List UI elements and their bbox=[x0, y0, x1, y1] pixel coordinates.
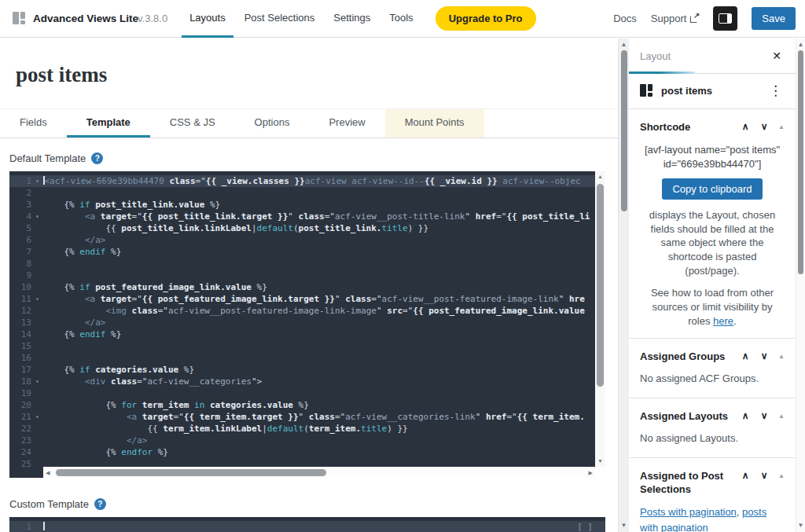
code-line[interactable]: 16 bbox=[9, 352, 595, 364]
fold-icon[interactable]: ▾ bbox=[31, 211, 43, 222]
fold-gutter bbox=[31, 328, 43, 340]
code-line[interactable]: 20 {% for term_item in categories.value … bbox=[9, 399, 595, 411]
page-scroll-thumb[interactable] bbox=[621, 50, 627, 211]
code-line[interactable]: 22 {{ term_item.linkLabel|default(term_i… bbox=[9, 423, 595, 435]
tab-template[interactable]: Template bbox=[67, 109, 150, 138]
nav-item-layouts[interactable]: Layouts bbox=[182, 0, 233, 38]
layout-panel-header: post items ⋮ bbox=[629, 74, 796, 109]
tab-options[interactable]: Options bbox=[235, 109, 310, 138]
tab-css-js[interactable]: CSS & JS bbox=[150, 109, 235, 138]
code-line[interactable]: 21▾ <a target="{{ term_item.target }}" c… bbox=[9, 411, 595, 423]
code-text: {% if post_featured_image_link.value %} bbox=[43, 281, 595, 293]
scroll-right-icon[interactable]: ▶ bbox=[589, 469, 593, 477]
sidebar-toggle-button[interactable] bbox=[713, 6, 737, 31]
code-line[interactable]: 23 </a> bbox=[9, 435, 595, 446]
code-line[interactable]: 7 {% endif %} bbox=[9, 246, 595, 258]
code-line[interactable]: 1 [ ] bbox=[9, 521, 605, 532]
code-line[interactable]: 6 </a> bbox=[9, 234, 595, 246]
default-template-editor[interactable]: 1▾<acf-view-669e39bb44470 class="{{ _vie… bbox=[9, 171, 605, 478]
tab-bar: Fields Template CSS & JS Options Preview… bbox=[0, 108, 618, 138]
code-line[interactable]: 15 bbox=[9, 340, 595, 352]
code-line[interactable]: 17 {% if categories.value %} bbox=[9, 364, 595, 376]
code-line[interactable]: 24 {% endfor %} bbox=[9, 446, 595, 458]
move-down-icon[interactable]: ∨ bbox=[755, 409, 774, 423]
scroll-left-icon[interactable]: ◀ bbox=[46, 469, 50, 477]
code-line[interactable]: 5 {{ post_title_link.linkLabel|default(p… bbox=[9, 222, 595, 234]
nav-item-settings[interactable]: Settings bbox=[325, 0, 378, 38]
scroll-up-icon[interactable]: ▲ bbox=[796, 41, 805, 49]
fold-icon[interactable]: ▾ bbox=[31, 411, 43, 423]
code-line[interactable]: 12 <img class="acf-view__post-featured-i… bbox=[9, 305, 595, 317]
docs-link[interactable]: Docs bbox=[613, 13, 637, 24]
tab-fields[interactable]: Fields bbox=[0, 109, 67, 138]
move-up-icon[interactable]: ∧ bbox=[736, 409, 755, 423]
fold-icon[interactable]: ▾ bbox=[31, 175, 43, 187]
post-selection-link[interactable]: Posts with pagination bbox=[640, 506, 737, 518]
scroll-up-icon[interactable]: ▲ bbox=[619, 41, 629, 49]
code-line[interactable]: 19 bbox=[9, 387, 595, 399]
help-icon[interactable]: ? bbox=[91, 152, 103, 164]
sidebar-scroll-thumb[interactable] bbox=[798, 50, 803, 274]
line-number: 4 bbox=[9, 211, 31, 222]
scroll-down-icon[interactable]: ▼ bbox=[796, 522, 805, 530]
sidebar-tab-bar: Layout ✕ bbox=[629, 39, 796, 74]
editor-horizontal-scrollbar[interactable]: ◀ ▶ bbox=[43, 467, 595, 478]
collapse-icon[interactable]: ▲ bbox=[778, 469, 785, 482]
move-down-icon[interactable]: ∨ bbox=[755, 120, 774, 134]
close-icon[interactable]: ✕ bbox=[769, 48, 785, 64]
code-line[interactable]: 4▾ <a target="{{ post_title_link.target … bbox=[9, 211, 595, 222]
code-line[interactable]: 10 {% if post_featured_image_link.value … bbox=[9, 281, 595, 293]
here-link[interactable]: here bbox=[713, 315, 733, 327]
code-line[interactable]: 13 </a> bbox=[9, 317, 595, 328]
support-link[interactable]: Support bbox=[651, 13, 700, 24]
collapse-icon[interactable]: ▲ bbox=[778, 350, 785, 363]
upgrade-to-pro-button[interactable]: Upgrade to Pro bbox=[436, 6, 536, 31]
fold-icon[interactable]: ▾ bbox=[31, 293, 43, 305]
move-down-icon[interactable]: ∨ bbox=[755, 350, 774, 363]
default-template-label-text: Default Template bbox=[9, 152, 86, 164]
code-line[interactable]: 8 bbox=[9, 258, 595, 270]
code-line[interactable]: 1▾<acf-view-669e39bb44470 class="{{ _vie… bbox=[9, 175, 595, 187]
kebab-menu-icon[interactable]: ⋮ bbox=[766, 83, 785, 99]
code-text: <img class="acf-view__post-featured-imag… bbox=[43, 305, 595, 317]
move-up-icon[interactable]: ∧ bbox=[736, 469, 755, 482]
nav-item-post-selections[interactable]: Post Selections bbox=[237, 0, 323, 38]
sidebar-tab-layout[interactable]: Layout bbox=[640, 50, 671, 62]
code-line[interactable]: 11▾ <a target="{{ post_featured_image_li… bbox=[9, 293, 595, 305]
help-icon[interactable]: ? bbox=[94, 498, 106, 510]
scroll-down-icon[interactable]: ▼ bbox=[595, 457, 605, 465]
sidebar-scrollbar[interactable]: ▲ ▼ bbox=[796, 39, 805, 532]
vertical-scroll-thumb[interactable] bbox=[597, 184, 604, 387]
move-up-icon[interactable]: ∧ bbox=[736, 350, 755, 363]
page-scrollbar[interactable]: ▲ ▼ bbox=[618, 39, 629, 532]
section-title: Assigned to Post Selections bbox=[640, 469, 736, 497]
move-up-icon[interactable]: ∧ bbox=[736, 120, 755, 134]
collapse-icon[interactable]: ▲ bbox=[778, 409, 785, 423]
horizontal-scroll-thumb[interactable] bbox=[56, 469, 326, 476]
code-line[interactable]: 2 bbox=[9, 187, 595, 199]
code-line[interactable]: 14 {% endif %} bbox=[9, 328, 595, 340]
tab-preview[interactable]: Preview bbox=[309, 109, 384, 138]
save-button[interactable]: Save bbox=[752, 7, 796, 30]
scroll-down-icon[interactable]: ▼ bbox=[619, 522, 629, 530]
line-number: 1 bbox=[9, 521, 31, 532]
app-name: Advanced Views Lite bbox=[33, 13, 138, 24]
collapse-icon[interactable]: ▲ bbox=[778, 120, 785, 134]
fold-gutter bbox=[31, 364, 43, 376]
custom-template-editor[interactable]: 1 [ ] bbox=[9, 517, 605, 532]
editor-vertical-scrollbar[interactable]: ▲ ▼ bbox=[595, 171, 605, 467]
scroll-up-icon[interactable]: ▲ bbox=[595, 173, 605, 181]
code-line[interactable]: 9 bbox=[9, 270, 595, 281]
fold-gutter bbox=[31, 305, 43, 317]
copy-to-clipboard-button[interactable]: Copy to clipboard bbox=[662, 178, 762, 200]
code-line[interactable]: 18▾ <div class="acf-view__categories"> bbox=[9, 376, 595, 387]
main-content: post items Fields Template CSS & JS Opti… bbox=[0, 39, 618, 532]
line-number: 24 bbox=[9, 446, 31, 458]
fold-gutter bbox=[31, 521, 43, 532]
fold-icon[interactable]: ▾ bbox=[31, 376, 43, 387]
nav-item-tools[interactable]: Tools bbox=[381, 0, 421, 38]
tab-mount-points[interactable]: Mount Points bbox=[385, 109, 484, 138]
code-line[interactable]: 3 {% if post_title_link.value %} bbox=[9, 199, 595, 211]
move-down-icon[interactable]: ∨ bbox=[755, 469, 774, 482]
code-text: <div class="acf-view__categories"> bbox=[43, 376, 595, 387]
